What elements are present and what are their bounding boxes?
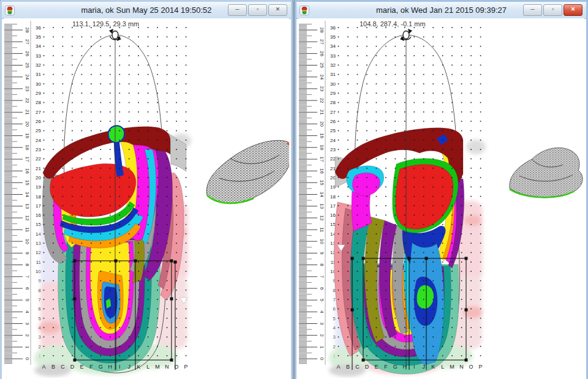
heel-3d-mesh-view[interactable] (503, 127, 584, 216)
svg-text:15: 15 (36, 222, 41, 227)
svg-text:28: 28 (24, 28, 30, 33)
svg-text:E: E (80, 364, 83, 370)
svg-text:B: B (346, 364, 350, 370)
svg-text:28: 28 (36, 100, 41, 105)
rotation-marker[interactable] (109, 29, 121, 41)
svg-text:27: 27 (319, 39, 325, 45)
cm-ruler: 2827262524232221201918171615141312111098… (4, 24, 30, 363)
svg-text:30: 30 (36, 81, 41, 87)
svg-text:28: 28 (319, 28, 325, 33)
svg-text:K: K (137, 364, 140, 370)
svg-text:3: 3 (319, 322, 325, 325)
svg-text:25: 25 (24, 62, 30, 68)
svg-text:36: 36 (330, 25, 336, 31)
svg-text:18: 18 (330, 194, 336, 200)
maximize-button[interactable]: ▫ (543, 4, 562, 16)
pressure-map-canvas[interactable]: 2827262524232221201918171615141312111098… (298, 18, 489, 378)
svg-text:A: A (336, 364, 340, 370)
svg-text:G: G (99, 364, 103, 370)
svg-text:22: 22 (36, 156, 41, 162)
svg-text:25: 25 (36, 128, 41, 133)
svg-text:26: 26 (36, 119, 41, 124)
patient-window-left[interactable]: maria, ok Sun May 25 2014 19:50:52 ─ ▫ ✕… (0, 0, 293, 379)
titlebar[interactable]: maria, ok Wed Jan 21 2015 09:39:27 ─ ▫ ✕ (296, 2, 586, 19)
svg-text:22: 22 (24, 98, 30, 103)
svg-text:19: 19 (319, 133, 325, 138)
svg-text:26: 26 (330, 119, 336, 124)
svg-text:5: 5 (319, 299, 325, 302)
svg-text:24: 24 (24, 74, 30, 80)
svg-text:N: N (459, 364, 464, 370)
titlebar[interactable]: maria, ok Sun May 25 2014 19:50:52 ─ ▫ ✕ (2, 2, 291, 19)
svg-text:L: L (146, 364, 149, 370)
svg-text:14: 14 (24, 192, 30, 197)
svg-text:B: B (51, 364, 55, 370)
svg-text:12: 12 (24, 215, 30, 220)
svg-text:D: D (70, 364, 75, 370)
svg-text:6: 6 (24, 287, 30, 290)
svg-text:24: 24 (319, 74, 325, 80)
svg-text:9: 9 (319, 252, 325, 255)
svg-text:21: 21 (319, 110, 325, 115)
svg-text:14: 14 (319, 192, 325, 197)
svg-text:20: 20 (24, 121, 30, 127)
svg-text:C: C (61, 364, 65, 370)
svg-text:5: 5 (24, 299, 30, 302)
svg-text:17: 17 (319, 157, 325, 162)
svg-text:F: F (384, 364, 388, 370)
svg-text:23: 23 (319, 86, 325, 91)
svg-text:21: 21 (36, 166, 41, 171)
close-button[interactable]: ✕ (564, 4, 582, 16)
minimize-button[interactable]: ─ (523, 4, 542, 16)
svg-text:27: 27 (36, 110, 41, 115)
svg-text:24: 24 (330, 138, 336, 143)
svg-text:0: 0 (24, 358, 30, 361)
maximize-button[interactable]: ▫ (248, 4, 267, 16)
svg-text:33: 33 (36, 53, 41, 59)
svg-text:23: 23 (330, 147, 336, 152)
svg-text:19: 19 (36, 184, 41, 190)
svg-text:H: H (403, 364, 407, 370)
svg-text:N: N (165, 364, 169, 370)
svg-text:16: 16 (330, 212, 336, 218)
svg-text:M: M (450, 364, 454, 370)
svg-text:A: A (42, 364, 45, 370)
svg-text:16: 16 (319, 168, 325, 174)
svg-text:7: 7 (24, 276, 30, 279)
patient-window-right[interactable]: maria, ok Wed Jan 21 2015 09:39:27 ─ ▫ ✕… (295, 0, 588, 379)
svg-text:7: 7 (319, 276, 325, 279)
svg-text:D: D (365, 364, 369, 370)
svg-text:30: 30 (330, 81, 336, 87)
svg-text:20: 20 (36, 175, 41, 181)
svg-text:34: 34 (330, 43, 336, 49)
svg-text:18: 18 (24, 144, 30, 150)
svg-text:27: 27 (330, 110, 336, 115)
svg-text:4: 4 (24, 310, 30, 313)
svg-text:8: 8 (24, 263, 30, 266)
svg-text:E: E (374, 364, 378, 370)
svg-text:I: I (413, 364, 415, 370)
svg-text:P: P (184, 364, 188, 370)
svg-text:22: 22 (319, 98, 325, 103)
svg-text:O: O (469, 364, 473, 370)
close-button[interactable]: ✕ (268, 4, 287, 16)
svg-text:11: 11 (319, 227, 325, 233)
svg-text:4: 4 (319, 310, 325, 313)
minimize-button[interactable]: ─ (228, 4, 247, 16)
client-area: 113.1, 129.5, 29.3 mm 282726252423222120… (4, 18, 289, 378)
svg-text:J: J (127, 364, 130, 370)
svg-text:17: 17 (24, 157, 30, 162)
insole-3d-mesh-view[interactable] (201, 123, 289, 218)
svg-text:10: 10 (319, 239, 325, 244)
svg-text:23: 23 (36, 147, 41, 152)
svg-text:36: 36 (36, 25, 41, 31)
svg-text:31: 31 (36, 72, 41, 77)
svg-text:15: 15 (319, 180, 325, 186)
svg-text:13: 13 (24, 203, 30, 209)
svg-text:29: 29 (36, 91, 41, 96)
svg-text:35: 35 (36, 34, 41, 40)
svg-text:3: 3 (24, 322, 30, 325)
pressure-map-canvas[interactable]: 2827262524232221201918171615141312111098… (4, 18, 195, 378)
svg-text:K: K (431, 364, 435, 370)
svg-text:21: 21 (24, 110, 30, 115)
